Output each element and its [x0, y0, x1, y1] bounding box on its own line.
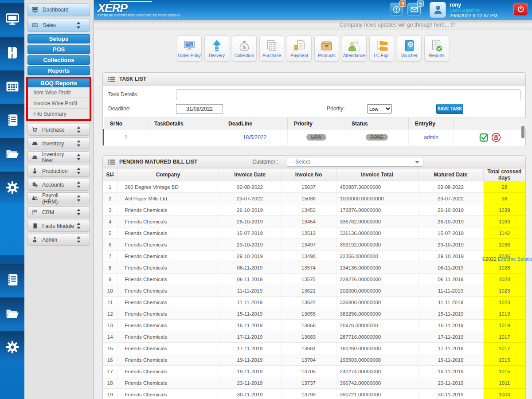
bill-crossed-days: 1019: [483, 320, 525, 331]
boq-submenu-item[interactable]: Fifo Summary: [28, 109, 90, 119]
rail-tile[interactable]: [0, 264, 24, 295]
sidebar-module-button[interactable]: Setups: [27, 34, 90, 43]
sidebar-group-button[interactable]: Facts Module: [27, 220, 90, 232]
bill-company: Friends Chemicals: [117, 262, 219, 274]
sidebar-module-button[interactable]: Collections: [27, 55, 90, 65]
sidebar-group-button[interactable]: $ Accounts: [27, 179, 90, 191]
rail-tile[interactable]: [0, 172, 24, 203]
mail-icon: [410, 5, 419, 14]
expand-arrows-icon: [75, 126, 82, 133]
table-row: 6 Friends Chemicals 29-10-2019 13497 393…: [103, 239, 525, 250]
bill-column-header: Sl#: [103, 168, 117, 181]
rail-tile[interactable]: [0, 70, 24, 102]
sidebar-group-button[interactable]: Purchase: [27, 124, 90, 136]
quick-access-toolbar: Order Entry Delivery $ Collection Purcha…: [94, 35, 532, 62]
customer-select[interactable]: ---Select---: [286, 157, 423, 167]
footer-copyright: ©2022 Extreme Solutions.: [482, 256, 532, 262]
bill-matured-date: 06-11-2019: [418, 262, 483, 274]
task-column-header: [454, 118, 526, 129]
bill-invoice-date: 11-11-2019: [219, 297, 281, 308]
bill-crossed-days: 1028: [483, 274, 525, 285]
table-row: 18 Friends Chemicals 23-11-2019 13737 39…: [103, 377, 525, 389]
sidebar-item-label: Dashboard: [43, 7, 69, 13]
toolbar-button[interactable]: Purchase: [259, 35, 284, 62]
rail-tile[interactable]: [0, 37, 24, 68]
boq-submenu-item[interactable]: Invoice Wise Profit: [28, 98, 90, 109]
complete-task-icon[interactable]: [479, 133, 489, 142]
table-row: 7 Friends Chemicals 29-10-2019 13498 223…: [103, 250, 525, 262]
toolbar-button[interactable]: Payment: [287, 35, 312, 62]
bill-invoice-date: 26-10-2019: [219, 204, 281, 216]
toolbar-button[interactable]: Products: [314, 35, 339, 62]
bill-invoice-no: 13656: [281, 320, 336, 331]
rail-tile[interactable]: [0, 297, 24, 329]
toolbar-button[interactable]: @ Voucher: [397, 35, 422, 62]
task-column-header: Priority: [288, 118, 345, 129]
toolbar-button[interactable]: $ Collection: [232, 35, 257, 62]
pending-bill-panel: PENDING MATURED BILL LIST Customer : ---…: [102, 155, 526, 399]
bill-column-header: Invoice No: [281, 168, 336, 181]
sidebar-module-button[interactable]: Reports: [27, 66, 90, 75]
rail-tile[interactable]: [0, 138, 24, 169]
sidebar-group-button[interactable]: CRM: [27, 206, 90, 218]
toolbar-button[interactable]: Reports: [424, 35, 449, 62]
monitor-icon: [31, 6, 39, 13]
bill-crossed-days: 1011: [483, 377, 525, 389]
sidebar-group-button[interactable]: Payroll (HRM): [27, 192, 90, 204]
expand-arrows-icon: [75, 154, 82, 160]
extreme-solutions-link[interactable]: Extreme Solutions.: [498, 256, 532, 262]
sidebar-module-boq-reports[interactable]: BOQ Reports: [28, 78, 90, 87]
bill-company: Friends Chemicals: [117, 250, 219, 262]
avatar[interactable]: [430, 2, 446, 18]
list-icon: [108, 76, 115, 82]
main-content: XERP EXTREME ENTERPRISE RESOURCES PROCES…: [94, 0, 532, 399]
bill-sl: 19: [103, 389, 117, 399]
expand-arrows-icon: [75, 195, 82, 202]
sidebar-group-button[interactable]: Inventory: [27, 137, 90, 149]
boq-submenu-item[interactable]: Item Wise Profit: [28, 87, 90, 98]
sidebar-group-button[interactable]: Admin: [27, 234, 90, 246]
toolbar-button[interactable]: Delivery: [204, 35, 229, 62]
bill-invoice-no: 12512: [281, 227, 336, 239]
rail-tile[interactable]: [0, 104, 24, 136]
task-column-header: Status: [345, 118, 409, 129]
sidebar-group-button[interactable]: Inventory New: [27, 151, 90, 163]
bill-crossed-days: 1017: [483, 343, 525, 354]
sidebar: Dashboard Sales SetupsPOSCollectionsRepo…: [24, 0, 94, 399]
task-details-input[interactable]: [176, 89, 521, 100]
save-task-button[interactable]: SAVE TASK: [436, 104, 463, 114]
bill-company: Friends Chemicals: [117, 366, 219, 377]
bill-invoice-date: 26-10-2019: [219, 216, 281, 227]
deadline-input[interactable]: [176, 104, 223, 113]
order-entry-icon: [183, 39, 196, 52]
toolbar-button[interactable]: Attendance: [342, 35, 367, 62]
toolbar-button[interactable]: Order Entry: [177, 35, 202, 62]
delete-task-icon[interactable]: [491, 133, 501, 142]
sidebar-group-button[interactable]: Production: [27, 165, 90, 177]
rail-tile[interactable]: [0, 331, 24, 363]
table-row: 2 Afil Paper Mills Ltd. 23-07-2022 15036…: [103, 193, 525, 204]
bill-company: 360 Degree Vintage BD: [117, 181, 219, 193]
gear-icon: [5, 180, 20, 195]
sidebar-item-sales[interactable]: Sales: [27, 19, 90, 32]
notebook-icon: [5, 272, 20, 287]
priority-select[interactable]: Low: [367, 104, 392, 113]
logout-button[interactable]: [513, 3, 528, 16]
bill-crossed-days: 1017: [483, 331, 525, 343]
bill-invoice-total: 390721.00000000: [336, 389, 418, 399]
bill-invoice-no: 13574: [281, 262, 336, 274]
rail-tile[interactable]: [0, 3, 24, 35]
sidebar-item-dashboard[interactable]: Dashboard: [27, 3, 90, 16]
bill-company: Friends Chemicals: [117, 239, 219, 250]
task-panel-scrollbar[interactable]: [521, 126, 524, 138]
messages-button[interactable]: 5: [407, 3, 421, 16]
toolbar-button[interactable]: LC Exp.: [369, 35, 394, 62]
table-row: 4 Friends Chemicals 26-10-2019 13454 336…: [103, 216, 525, 227]
bill-invoice-no: 13453: [281, 204, 336, 216]
bill-invoice-no: 15037: [281, 181, 336, 193]
sidebar-module-button[interactable]: POS: [27, 45, 90, 54]
rail-bottom-group: [0, 264, 24, 363]
notifications-button[interactable]: 0: [390, 3, 403, 16]
task-form: Task Details: Deadline: Priority: Low SA…: [103, 86, 525, 115]
task-entry-by: admin: [409, 129, 454, 145]
